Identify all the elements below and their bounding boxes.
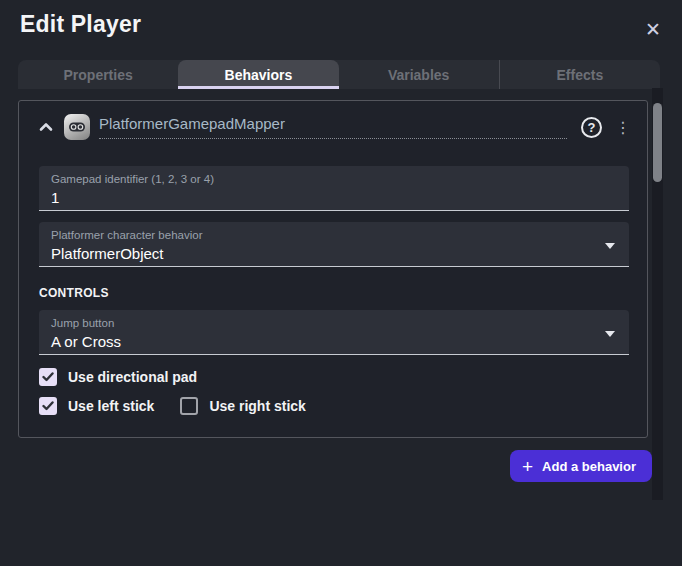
scrollbar-track[interactable] xyxy=(652,88,663,500)
plus-icon: + xyxy=(522,457,533,476)
jump-button-value: A or Cross xyxy=(51,332,617,352)
page-title: Edit Player xyxy=(20,11,141,38)
check-icon xyxy=(42,401,54,411)
collapse-button[interactable] xyxy=(37,118,55,136)
caret-down-icon xyxy=(605,331,615,337)
add-behavior-label: Add a behavior xyxy=(542,459,636,474)
scrollbar-thumb[interactable] xyxy=(653,103,662,182)
jump-button-select[interactable]: Jump button A or Cross xyxy=(39,310,629,355)
checkbox-box xyxy=(39,368,57,386)
tab-effects[interactable]: Effects xyxy=(499,60,660,89)
checkbox-label: Use right stick xyxy=(209,398,305,414)
gamepad-identifier-field[interactable]: Gamepad identifier (1, 2, 3 or 4) 1 xyxy=(39,166,629,211)
caret-down-icon xyxy=(605,243,615,249)
use-right-stick-checkbox[interactable]: Use right stick xyxy=(180,397,305,415)
jump-button-label: Jump button xyxy=(51,316,617,330)
use-directional-pad-checkbox[interactable]: Use directional pad xyxy=(39,368,197,386)
gamepad-icon xyxy=(64,114,90,140)
checkbox-row: Use left stick Use right stick xyxy=(39,397,629,415)
character-behavior-select[interactable]: Platformer character behavior Platformer… xyxy=(39,222,629,267)
behavior-help-button[interactable]: ? xyxy=(581,117,602,138)
tab-bar: Properties Behaviors Variables Effects xyxy=(18,60,660,89)
close-icon: ✕ xyxy=(645,18,661,40)
tab-properties[interactable]: Properties xyxy=(18,60,178,89)
behavior-name: PlatformerGamepadMapper xyxy=(99,115,285,132)
behavior-card-header: PlatformerGamepadMapper ? ⋮ xyxy=(37,112,631,142)
behavior-card: PlatformerGamepadMapper ? ⋮ Gamepad iden… xyxy=(18,100,648,438)
tab-behaviors[interactable]: Behaviors xyxy=(178,60,338,89)
checkbox-box xyxy=(39,397,57,415)
dialog-footer: ? Help Run a preview Cancel Apply xyxy=(0,500,682,566)
behavior-card-body: Gamepad identifier (1, 2, 3 or 4) 1 Plat… xyxy=(19,166,647,415)
checkbox-box xyxy=(180,397,198,415)
question-mark-icon: ? xyxy=(588,120,596,135)
checkbox-label: Use left stick xyxy=(68,398,154,414)
kebab-menu-icon: ⋮ xyxy=(615,118,631,137)
controls-section-heading: CONTROLS xyxy=(39,286,629,300)
check-icon xyxy=(42,372,54,382)
behavior-menu-button[interactable]: ⋮ xyxy=(615,118,631,137)
gamepad-identifier-label: Gamepad identifier (1, 2, 3 or 4) xyxy=(51,172,617,186)
checkbox-label: Use directional pad xyxy=(68,369,197,385)
checkbox-row: Use directional pad xyxy=(39,368,629,386)
close-button[interactable]: ✕ xyxy=(640,16,666,42)
tab-variables[interactable]: Variables xyxy=(339,60,499,89)
add-behavior-button[interactable]: + Add a behavior xyxy=(510,450,652,482)
character-behavior-label: Platformer character behavior xyxy=(51,228,617,242)
gamepad-identifier-value: 1 xyxy=(51,188,617,208)
character-behavior-value: PlatformerObject xyxy=(51,244,617,264)
behavior-name-field[interactable]: PlatformerGamepadMapper xyxy=(99,115,567,139)
use-left-stick-checkbox[interactable]: Use left stick xyxy=(39,397,154,415)
chevron-up-icon xyxy=(37,118,55,136)
